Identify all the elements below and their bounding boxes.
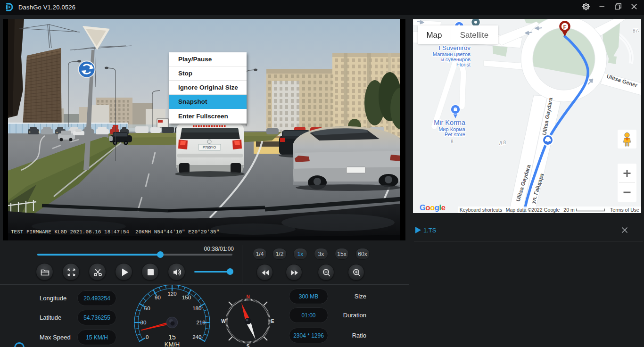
svg-text:I Suvenirov: I Suvenirov: [438, 44, 471, 51]
svg-text:Florist: Florist: [456, 62, 471, 67]
svg-text:8: 8: [451, 139, 454, 144]
svg-text:P765YO: P765YO: [203, 145, 216, 149]
svg-text:Satellite: Satellite: [460, 31, 488, 40]
svg-text:0: 0: [146, 334, 149, 340]
svg-text:W: W: [221, 319, 226, 324]
svg-text:30: 30: [140, 320, 147, 325]
svg-text:KM/H: KM/H: [165, 341, 180, 347]
svg-text:N: N: [246, 294, 249, 299]
svg-text:210: 210: [196, 320, 205, 325]
svg-text:Pet store: Pet store: [445, 132, 465, 137]
svg-text:15: 15: [168, 333, 176, 341]
svg-text:240: 240: [192, 334, 201, 340]
svg-text:Keyboard shortcuts: Keyboard shortcuts: [460, 207, 502, 213]
svg-text:87-: 87-: [633, 28, 639, 33]
svg-text:Mir Korma: Mir Korma: [434, 119, 466, 126]
svg-text:60: 60: [144, 306, 150, 311]
svg-text:20 m: 20 m: [563, 207, 575, 213]
svg-text:S: S: [247, 344, 250, 347]
svg-text:180: 180: [192, 306, 201, 311]
svg-text:E: E: [271, 319, 274, 324]
svg-text:Map: Map: [426, 31, 442, 40]
svg-text:120: 120: [167, 291, 176, 297]
svg-text:Terms of Use: Terms of Use: [610, 207, 639, 213]
svg-text:д.8: д.8: [499, 140, 506, 145]
svg-text:150: 150: [182, 295, 191, 300]
svg-text:90: 90: [155, 295, 161, 300]
svg-text:Map data ©2022 Google: Map data ©2022 Google: [506, 207, 560, 213]
svg-text:F: F: [563, 24, 567, 30]
svg-text:Google: Google: [420, 203, 446, 212]
